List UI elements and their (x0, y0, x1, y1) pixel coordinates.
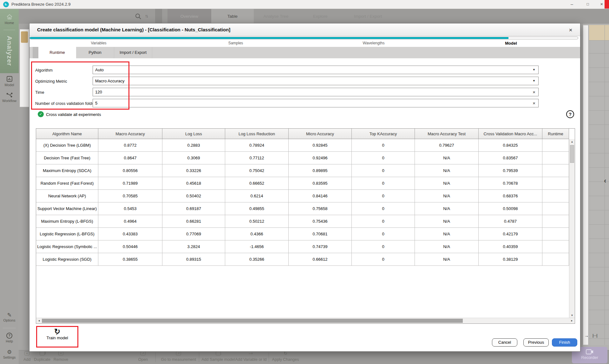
metric-cell: 0.69187 (162, 202, 225, 215)
tab-import-export[interactable]: Import / Export (343, 9, 393, 24)
sidebar-item-settings[interactable]: ⚙ Settings (0, 349, 19, 359)
metric-cell: 0.40359 (479, 240, 542, 253)
metric-cell: 0.79539 (479, 164, 542, 177)
time-field[interactable]: 120 × (93, 88, 539, 96)
sidebar-item-help[interactable]: ? Help (0, 333, 19, 343)
panel-collapse-chevron-icon[interactable]: ‹ (604, 176, 609, 186)
metric-cell: 0.35266 (225, 253, 289, 266)
table-row[interactable]: Maximum Entropy (SDCA)0.805560.332260.75… (36, 164, 569, 177)
algorithm-dropdown[interactable]: Auto ▼ (93, 66, 539, 74)
cancel-button[interactable]: Cancel (492, 338, 517, 347)
dialog-header[interactable]: Create classification model (Machine Lea… (29, 23, 580, 36)
scroll-right-icon[interactable]: ► (569, 318, 575, 323)
column-bounds-icon[interactable]: |···| (593, 333, 597, 338)
sidebar-divider (3, 328, 16, 328)
table-row[interactable]: Logistic Regression (L-BFGS)0.433830.770… (36, 228, 569, 240)
metric-cell: 0 (352, 152, 415, 164)
toolbar-item-apply-changes[interactable]: Apply Changes (272, 351, 299, 362)
metric-cell: 0 (352, 164, 415, 177)
metric-cell: 0.70678 (479, 177, 542, 190)
column-header-runtime[interactable]: Runtime (542, 129, 569, 139)
toolbar-item-add-variable-or-id[interactable]: Add Variable or Id (235, 351, 266, 362)
metric-cell: 0.33226 (162, 164, 225, 177)
column-header-macro-accuracy-test[interactable]: Macro Accuracy Test (415, 129, 479, 139)
toolbar-item-duplicate[interactable]: Duplicate (34, 351, 50, 362)
metric-cell: 0 (352, 139, 415, 152)
tab-table[interactable]: Table (211, 9, 254, 24)
clear-icon[interactable]: × (533, 88, 535, 96)
tab-python[interactable]: Python (76, 47, 114, 58)
minimize-button[interactable]: – (566, 0, 577, 9)
checkbox-checked-icon[interactable]: ✓ (38, 111, 44, 117)
table-row[interactable]: Logistic Regression (SGD)0.386550.893150… (36, 253, 569, 266)
sidebar-item-model[interactable]: Model (0, 75, 19, 87)
column-header-cross-validation-macro-acc[interactable]: Cross Validation Macro Acc... (479, 129, 542, 139)
toolbar-item-remove[interactable]: Remove (54, 351, 69, 362)
cross-validation-folds-label: Number of cross validation folds (35, 101, 94, 106)
help-icon[interactable]: ? (566, 110, 574, 118)
toolbar-item-add-sample-model[interactable]: Add Sample model (201, 351, 235, 362)
dialog-close-icon[interactable]: × (566, 26, 575, 34)
maximize-button[interactable]: □ (582, 0, 593, 9)
metric-cell: 0.70585 (98, 190, 162, 202)
vertical-scroll-thumb[interactable] (570, 145, 574, 163)
metric-cell: 0.66612 (289, 253, 352, 266)
table-row[interactable]: Support Vector Machine (Linear)0.54530.6… (36, 202, 569, 215)
metric-cell: N/A (415, 253, 479, 266)
column-header-log-loss[interactable]: Log Loss (162, 129, 225, 139)
chevron-down-icon[interactable]: ▼ (533, 77, 535, 85)
horizontal-scroll-thumb[interactable] (42, 319, 463, 323)
chevron-down-icon[interactable]: ▼ (533, 66, 535, 74)
table-row[interactable]: Random Forest (Fast Forest)0.719890.4561… (36, 177, 569, 190)
table-row[interactable]: Logistic Regression (Symbolic ...0.50446… (36, 240, 569, 253)
column-header-micro-accuracy[interactable]: Micro Accuracy (289, 129, 352, 139)
tab-explore[interactable]: Explore (298, 9, 343, 24)
vertical-scrollbar[interactable]: ▲ ▼ (569, 139, 575, 318)
search-icon[interactable] (135, 13, 142, 20)
sidebar-item-analyzer[interactable]: Analyzer (0, 32, 19, 70)
metric-cell: 0.92845 (289, 139, 352, 152)
scroll-left-icon[interactable]: ◄ (36, 318, 42, 323)
column-header-top-kaccuracy[interactable]: Top KAccuracy (352, 129, 415, 139)
sidebar-item-options[interactable]: ✎ Options (0, 312, 19, 322)
sidebar-item-home[interactable]: Home (0, 13, 19, 25)
optimizing-metric-dropdown[interactable]: Macro Accuracy ▼ (93, 77, 539, 85)
algorithm-name-cell: Logistic Regression (L-BFGS) (36, 228, 98, 240)
finish-button[interactable]: Finish (552, 338, 577, 347)
nav-separator (155, 9, 162, 24)
goto-arrow-icon[interactable]: → (584, 333, 589, 338)
toolbar-item-go-to-measurement[interactable]: Go to measurement (161, 351, 196, 362)
cross-validation-folds-field[interactable]: 5 × (93, 99, 539, 107)
tab-import-export-dialog[interactable]: Import / Export (114, 47, 152, 58)
create-classification-model-dialog: Create classification model (Machine Lea… (29, 23, 580, 352)
metric-cell: 0.8647 (98, 152, 162, 164)
pencil-icon: ✎ (0, 312, 19, 318)
metric-cell: N/A (415, 215, 479, 228)
algorithm-name-cell: (X) Decision Tree (LGBM) (36, 139, 98, 152)
horizontal-scrollbar[interactable]: ◄ ► (36, 318, 575, 323)
sidebar-item-workflow[interactable]: Workflow (0, 92, 19, 103)
metric-cell: N/A (415, 202, 479, 215)
previous-button[interactable]: Previous (523, 338, 549, 347)
toolbar-item-open[interactable]: Open (138, 351, 148, 362)
clear-icon[interactable]: × (533, 99, 535, 107)
tab-runtime[interactable]: Runtime (38, 47, 76, 58)
table-row[interactable]: (X) Decision Tree (LGBM)0.87720.28830.78… (36, 139, 569, 152)
sort-icon[interactable]: ↑↓ (145, 13, 147, 18)
train-model-button[interactable]: ↻✓ Train model (36, 328, 78, 340)
tab-overview[interactable]: Overview (167, 9, 211, 24)
scroll-up-icon[interactable]: ▲ (569, 139, 575, 145)
toolbar-item-add[interactable]: Add (23, 351, 30, 362)
algorithm-name-cell: Random Forest (Fast Forest) (36, 177, 98, 190)
column-header-log-loss-reduction[interactable]: Log Loss Reduction (225, 129, 289, 139)
background-scrollbar[interactable] (583, 25, 588, 345)
retrain-icon: ↻✓ (36, 328, 78, 335)
table-row[interactable]: Neural Network (AP)0.705850.504020.62140… (36, 190, 569, 202)
table-row[interactable]: Maximum Entropy (L-BFGS)0.49640.662810.5… (36, 215, 569, 228)
table-row[interactable]: Decision Tree (Fast Tree)0.86470.30690.7… (36, 152, 569, 164)
metric-cell: 0.42179 (479, 228, 542, 240)
column-header-algorithm-name[interactable]: Algorithm Name (36, 129, 98, 139)
dialog-title: Create classification model (Machine Lea… (37, 27, 230, 32)
column-header-macro-accuracy[interactable]: Macro Accuracy (98, 129, 162, 139)
tab-analyse-tree[interactable]: Analyse Tree (254, 9, 298, 24)
